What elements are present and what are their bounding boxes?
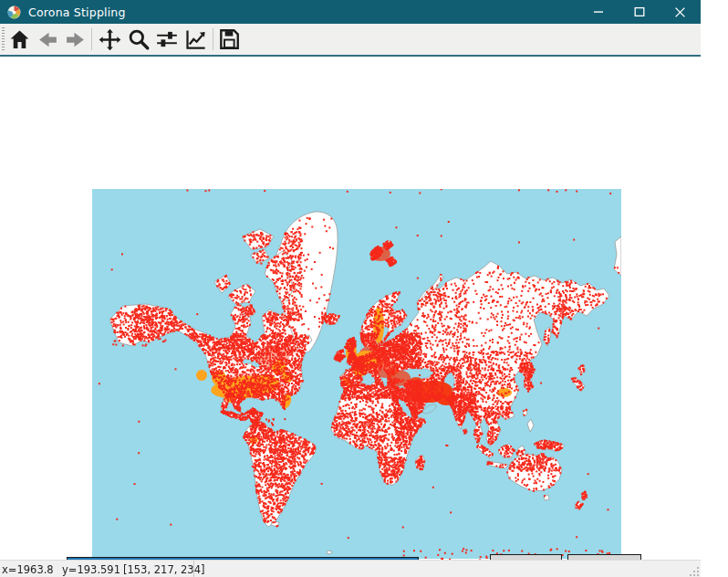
forward-arrow-icon [64,28,87,51]
zoom-icon [127,27,151,51]
subplots-button[interactable] [154,26,180,52]
axes-edit-icon [183,27,208,52]
minimize-icon [593,6,604,17]
customize-button[interactable] [182,26,208,52]
forward-button[interactable] [62,26,88,52]
maximize-icon [634,6,645,17]
screen: Corona Stippling [0,0,728,577]
app-icon [7,5,21,19]
close-button[interactable] [660,0,701,24]
home-button[interactable] [6,26,32,52]
subplots-sliders-icon [155,27,179,51]
back-arrow-icon [36,28,59,51]
resize-grip[interactable] [688,565,699,576]
toolbar-separator [91,28,92,50]
statusbar-divider [193,561,194,577]
maximize-button[interactable] [619,0,660,24]
zoom-button[interactable] [126,26,151,52]
close-icon [674,6,686,18]
pan-button[interactable] [97,26,122,52]
world-map-canvas[interactable] [92,189,621,565]
toolbar-separator [213,28,213,50]
cursor-y-readout: y=193.591 [62,563,120,576]
home-icon [8,28,31,51]
pan-icon [98,27,122,52]
save-button[interactable] [216,26,242,52]
app-window: Corona Stippling [0,0,701,577]
titlebar: Corona Stippling [0,0,701,24]
minimize-button[interactable] [577,0,619,24]
window-title: Corona Stippling [28,5,126,19]
window-controls [577,0,701,24]
back-button[interactable] [35,26,60,52]
cursor-x-readout: x=1963.8 [2,563,54,576]
save-floppy-icon [217,27,241,51]
statusbar: x=1963.8 y=193.591 [153, 217, 234] [0,560,701,577]
matplotlib-toolbar [0,24,701,57]
toolbar-grip-handle[interactable] [2,27,5,51]
figure-canvas-area: Time 132 Previous Next [0,57,701,560]
